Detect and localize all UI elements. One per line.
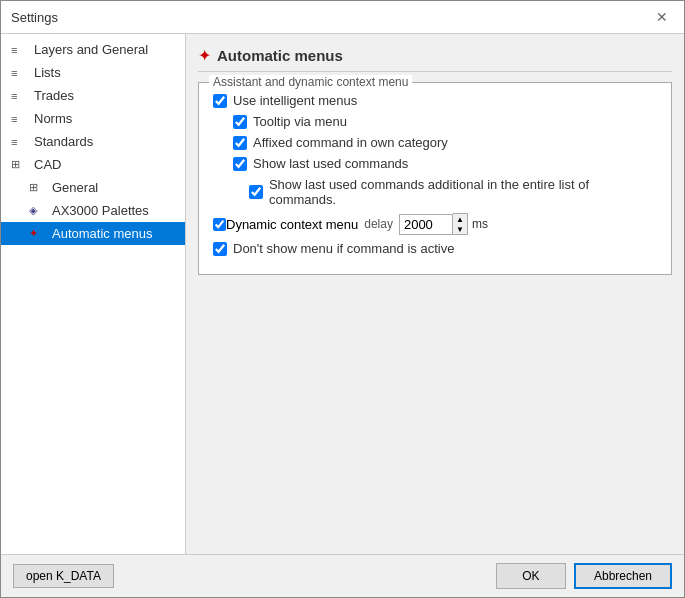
sidebar-item-label: Standards xyxy=(34,134,93,149)
dynamic-context-menu-checkbox[interactable] xyxy=(213,218,226,231)
affixed-command-row: Affixed command in own category xyxy=(213,135,657,150)
title-bar: Settings ✕ xyxy=(1,1,684,34)
list-icon xyxy=(11,67,29,79)
ms-label: ms xyxy=(472,217,488,231)
show-last-used-checkbox[interactable] xyxy=(233,157,247,171)
show-last-used-label[interactable]: Show last used commands xyxy=(253,156,408,171)
list-icon xyxy=(11,113,29,125)
show-last-used-additional-row: Show last used commands additional in th… xyxy=(213,177,657,207)
cancel-button[interactable]: Abbrechen xyxy=(574,563,672,589)
group-box-label: Assistant and dynamic context menu xyxy=(209,75,412,89)
tooltip-via-menu-label[interactable]: Tooltip via menu xyxy=(253,114,347,129)
general-icon xyxy=(29,181,47,194)
use-intelligent-menus-label[interactable]: Use intelligent menus xyxy=(233,93,357,108)
show-last-used-row: Show last used commands xyxy=(213,156,657,171)
delay-spinner: ▲ ▼ xyxy=(453,213,468,235)
delay-input-wrap: ▲ ▼ xyxy=(399,213,468,235)
window-title: Settings xyxy=(11,10,58,25)
delay-input[interactable] xyxy=(399,214,453,235)
footer-left: open K_DATA xyxy=(13,564,114,588)
main-panel: ✦ Automatic menus Assistant and dynamic … xyxy=(186,34,684,554)
sidebar-item-label: General xyxy=(52,180,98,195)
sidebar-item-lists[interactable]: Lists xyxy=(1,61,185,84)
dont-show-menu-row: Don't show menu if command is active xyxy=(213,241,657,256)
menu-icon xyxy=(29,227,47,240)
sidebar-item-layers-general[interactable]: Layers and General xyxy=(1,38,185,61)
cad-icon xyxy=(11,158,29,171)
sidebar-item-label: Automatic menus xyxy=(52,226,152,241)
palette-icon xyxy=(29,204,47,217)
spinner-down-button[interactable]: ▼ xyxy=(453,224,467,234)
sidebar-item-automatic-menus[interactable]: Automatic menus xyxy=(1,222,185,245)
list-icon xyxy=(11,136,29,148)
sidebar-item-label: Layers and General xyxy=(34,42,148,57)
sidebar-item-label: AX3000 Palettes xyxy=(52,203,149,218)
sidebar-item-ax3000-palettes[interactable]: AX3000 Palettes xyxy=(1,199,185,222)
dynamic-context-menu-row: Dynamic context menu delay ▲ ▼ ms xyxy=(213,213,657,235)
dynamic-context-menu-label[interactable]: Dynamic context menu xyxy=(226,217,358,232)
sidebar-item-label: CAD xyxy=(34,157,61,172)
sidebar-item-general[interactable]: General xyxy=(1,176,185,199)
use-intelligent-menus-checkbox[interactable] xyxy=(213,94,227,108)
section-header: ✦ Automatic menus xyxy=(198,46,672,72)
list-icon xyxy=(11,44,29,56)
dont-show-menu-checkbox[interactable] xyxy=(213,242,227,256)
sidebar-item-standards[interactable]: Standards xyxy=(1,130,185,153)
list-icon xyxy=(11,90,29,102)
show-last-used-additional-label[interactable]: Show last used commands additional in th… xyxy=(269,177,657,207)
sidebar-item-norms[interactable]: Norms xyxy=(1,107,185,130)
content-area: Layers and General Lists Trades Norms St… xyxy=(1,34,684,554)
spinner-up-button[interactable]: ▲ xyxy=(453,214,467,224)
delay-label: delay xyxy=(364,217,393,231)
tooltip-via-menu-row: Tooltip via menu xyxy=(213,114,657,129)
tooltip-via-menu-checkbox[interactable] xyxy=(233,115,247,129)
footer-right: OK Abbrechen xyxy=(496,563,672,589)
sidebar-item-trades[interactable]: Trades xyxy=(1,84,185,107)
affixed-command-label[interactable]: Affixed command in own category xyxy=(253,135,448,150)
footer: open K_DATA OK Abbrechen xyxy=(1,554,684,597)
group-box: Assistant and dynamic context menu Use i… xyxy=(198,82,672,275)
show-last-used-additional-checkbox[interactable] xyxy=(249,185,263,199)
use-intelligent-menus-row: Use intelligent menus xyxy=(213,93,657,108)
sidebar: Layers and General Lists Trades Norms St… xyxy=(1,34,186,554)
sidebar-item-label: Norms xyxy=(34,111,72,126)
close-button[interactable]: ✕ xyxy=(650,7,674,27)
dont-show-menu-label[interactable]: Don't show menu if command is active xyxy=(233,241,454,256)
sidebar-item-label: Lists xyxy=(34,65,61,80)
sidebar-item-label: Trades xyxy=(34,88,74,103)
open-k-data-button[interactable]: open K_DATA xyxy=(13,564,114,588)
ok-button[interactable]: OK xyxy=(496,563,566,589)
section-icon: ✦ xyxy=(198,46,211,65)
affixed-command-checkbox[interactable] xyxy=(233,136,247,150)
sidebar-item-cad[interactable]: CAD xyxy=(1,153,185,176)
section-title: Automatic menus xyxy=(217,47,343,64)
settings-window: Settings ✕ Layers and General Lists Trad… xyxy=(0,0,685,598)
